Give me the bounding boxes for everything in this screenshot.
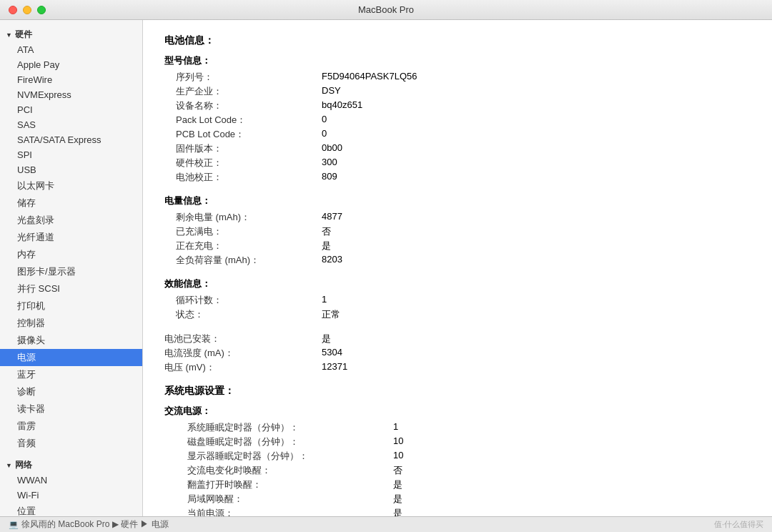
row-value: 是 (393, 506, 751, 516)
sidebar-item-ATA[interactable]: ATA (0, 42, 142, 57)
row-label: 翻盖打开时唤醒： (164, 478, 393, 492)
sidebar-item-位置[interactable]: 位置 (0, 503, 142, 516)
sidebar-item-蓝牙[interactable]: 蓝牙 (0, 366, 142, 383)
row-label: 循环计数： (164, 293, 322, 307)
row-label: 硬件校正： (164, 156, 322, 170)
sidebar-item-雷雳[interactable]: 雷雳 (0, 418, 142, 435)
sidebar-item-图形卡/显示器[interactable]: 图形卡/显示器 (0, 263, 142, 280)
row-value: 5304 (322, 346, 751, 360)
row-label: 已充满电： (164, 225, 322, 239)
charge-table: 剩余电量 (mAh)：4877已充满电：否正在充电：是全负荷容量 (mAh)：8… (164, 210, 751, 267)
sidebar-item-读卡器[interactable]: 读卡器 (0, 400, 142, 418)
row-label: 系统睡眠定时器（分钟）： (164, 420, 393, 435)
sidebar-item-Apple Pay[interactable]: Apple Pay (0, 57, 142, 72)
window-controls (9, 6, 46, 14)
row-value: 否 (393, 463, 751, 478)
table-row: 设备名称：bq40z651 (164, 99, 751, 113)
table-row: 电压 (mV)：12371 (164, 360, 751, 375)
table-row: 翻盖打开时唤醒：是 (164, 478, 751, 492)
sidebar-item-SATA/SATA Express[interactable]: SATA/SATA Express (0, 132, 142, 147)
row-value: 是 (393, 492, 751, 506)
main-area: ▼ 硬件 ATAApple PayFireWireNVMExpressPCISA… (0, 20, 772, 516)
sidebar-item-打印机[interactable]: 打印机 (0, 297, 142, 315)
row-label: 电流强度 (mA)： (164, 346, 322, 360)
row-label: 当前电源： (164, 506, 393, 516)
power-settings-title: 系统电源设置： (164, 385, 751, 398)
ac-section: 交流电源： 系统睡眠定时器（分钟）：1磁盘睡眠定时器（分钟）：10显示器睡眠定时… (164, 405, 751, 516)
maximize-button[interactable] (37, 6, 46, 14)
sidebar-item-NVMExpress[interactable]: NVMExpress (0, 87, 142, 102)
row-label: 正在充电： (164, 239, 322, 253)
sidebar-item-储存[interactable]: 储存 (0, 194, 142, 212)
row-value: 1 (393, 420, 751, 435)
sidebar-item-诊断[interactable]: 诊断 (0, 383, 142, 400)
row-value: 809 (322, 170, 751, 184)
minimize-button[interactable] (23, 6, 31, 14)
sidebar-item-光盘刻录[interactable]: 光盘刻录 (0, 212, 142, 229)
row-value: 是 (322, 239, 751, 253)
table-row: 当前电源：是 (164, 506, 751, 516)
row-label: 局域网唤醒： (164, 492, 393, 506)
performance-info-block: 效能信息： 循环计数：1状态：正常 (164, 277, 751, 322)
extra-table: 电池已安装：是电流强度 (mA)：5304电压 (mV)：12371 (164, 332, 751, 375)
watermark: 值·什么值得买 (714, 519, 763, 530)
row-value: 0b00 (322, 142, 751, 156)
table-row: 电池已安装：是 (164, 332, 751, 346)
sidebar-item-SPI[interactable]: SPI (0, 147, 142, 162)
row-label: 电池校正： (164, 170, 322, 184)
sidebar-item-PCI[interactable]: PCI (0, 102, 142, 117)
title-bar: MacBook Pro (0, 0, 772, 20)
table-row: 局域网唤醒：是 (164, 492, 751, 506)
sidebar-item-并行 SCSI[interactable]: 并行 SCSI (0, 280, 142, 297)
triangle-icon: ▼ (6, 31, 12, 39)
sidebar-item-摄像头[interactable]: 摄像头 (0, 332, 142, 349)
row-label: Pack Lot Code： (164, 113, 322, 127)
window-title: MacBook Pro (358, 4, 414, 15)
row-label: 状态： (164, 307, 322, 322)
sidebar-item-Wi-Fi[interactable]: Wi-Fi (0, 488, 142, 503)
sidebar-item-SAS[interactable]: SAS (0, 117, 142, 132)
close-button[interactable] (9, 6, 17, 14)
row-value: 300 (322, 156, 751, 170)
sidebar-item-电源[interactable]: 电源 (0, 349, 142, 366)
sidebar-item-以太网卡[interactable]: 以太网卡 (0, 177, 142, 194)
table-row: PCB Lot Code：0 (164, 127, 751, 142)
triangle-icon-network: ▼ (6, 462, 12, 469)
table-row: 已充满电：否 (164, 225, 751, 239)
row-label: 固件版本： (164, 142, 322, 156)
ac-title: 交流电源： (164, 405, 751, 418)
row-label: 全负荷容量 (mAh)： (164, 253, 322, 267)
table-row: 循环计数：1 (164, 293, 751, 307)
model-table: 序列号：F5D94064PASK7LQ56生产企业：DSY设备名称：bq40z6… (164, 70, 751, 184)
status-bar: 💻 徐风雨的 MacBook Pro ▶ 硬件 ▶ 电源 值·什么值得买 (0, 516, 772, 532)
table-row: 显示器睡眠定时器（分钟）：10 (164, 449, 751, 463)
table-row: 硬件校正：300 (164, 156, 751, 170)
sidebar-hardware-header: ▼ 硬件 (0, 26, 142, 42)
row-label: 序列号： (164, 70, 322, 84)
sidebar-item-USB[interactable]: USB (0, 162, 142, 177)
row-label: PCB Lot Code： (164, 127, 322, 142)
table-row: 电流强度 (mA)：5304 (164, 346, 751, 360)
sidebar-item-内存[interactable]: 内存 (0, 246, 142, 263)
row-label: 电压 (mV)： (164, 360, 322, 375)
battery-title: 电池信息： (164, 34, 751, 47)
row-label: 显示器睡眠定时器（分钟）： (164, 449, 393, 463)
table-row: 正在充电：是 (164, 239, 751, 253)
row-value: 0 (322, 127, 751, 142)
sidebar-item-WWAN[interactable]: WWAN (0, 473, 142, 488)
sidebar-item-FireWire[interactable]: FireWire (0, 72, 142, 87)
table-row: 状态：正常 (164, 307, 751, 322)
table-row: 剩余电量 (mAh)：4877 (164, 210, 751, 225)
sidebar-item-音频[interactable]: 音频 (0, 435, 142, 452)
table-row: 交流电变化时唤醒：否 (164, 463, 751, 478)
row-value: 4877 (322, 210, 751, 225)
sidebar-item-光纤通道[interactable]: 光纤通道 (0, 229, 142, 246)
sidebar-item-控制器[interactable]: 控制器 (0, 315, 142, 332)
table-row: 电池校正：809 (164, 170, 751, 184)
model-info-block: 型号信息： 序列号：F5D94064PASK7LQ56生产企业：DSY设备名称：… (164, 54, 751, 184)
table-row: 生产企业：DSY (164, 84, 751, 99)
row-label: 生产企业： (164, 84, 322, 99)
row-value: 是 (393, 478, 751, 492)
row-value: 12371 (322, 360, 751, 375)
row-value: 是 (322, 332, 751, 346)
